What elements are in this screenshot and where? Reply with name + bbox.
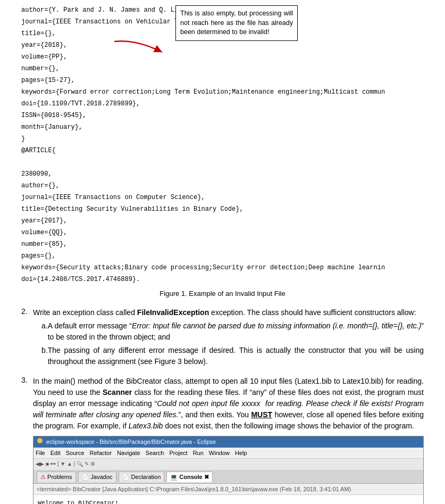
menu-edit[interactable]: Edit bbox=[51, 449, 61, 458]
figure-1-area: author={Y. Park and J. N. James and Q. L… bbox=[21, 5, 424, 284]
figure-1-caption: Figure 1. Example of an Invalid Input Fi… bbox=[21, 290, 424, 298]
item2-text-after: exception. The class should have suffici… bbox=[209, 308, 416, 317]
callout-box: This is also empty, but processing will … bbox=[175, 5, 298, 41]
item2a-italic: Error: Input file cannot be parsed due t… bbox=[132, 321, 421, 330]
console-line-1: Welcome to BibCreator! bbox=[38, 498, 419, 504]
menu-file[interactable]: File bbox=[36, 449, 45, 458]
code-article-2: 2380090, bbox=[21, 169, 424, 179]
menu-help[interactable]: Help bbox=[235, 449, 247, 458]
list-item-2: 2. Write an exception class called FileI… bbox=[21, 307, 424, 369]
item3-latex3: Latex3.bib bbox=[129, 422, 163, 430]
menu-project[interactable]: Project bbox=[169, 449, 187, 458]
eclipse-titlebar: eclipse-workspace - Bib/src/BibPackage/B… bbox=[33, 436, 423, 448]
list-content-3: In the main() method of the BibCreator c… bbox=[33, 376, 424, 504]
menu-source[interactable]: Source bbox=[66, 449, 85, 458]
list-item-3: 3. In the main() method of the BibCreato… bbox=[21, 376, 424, 504]
code-article-5: title={Detecting Security Vulnerabilitie… bbox=[21, 204, 424, 214]
sub-list-2: a. A default error message “Error: Input… bbox=[33, 320, 424, 367]
code-article-11: doi={14.2408/TCS.2017.4746889}. bbox=[21, 275, 424, 284]
item2-classname: FileInvalidException bbox=[137, 308, 209, 317]
console-body: Welcome to BibCreator! Could not open in… bbox=[33, 495, 423, 504]
code-article-0: @ARTICLE{ bbox=[21, 146, 424, 155]
item3-must: MUST bbox=[251, 410, 272, 419]
code-line-10: month={January}, bbox=[21, 122, 424, 132]
menu-refactor[interactable]: Refactor bbox=[90, 449, 112, 458]
main-list: 2. Write an exception class called FileI… bbox=[21, 307, 424, 504]
code-article-4: journal={IEEE Transactions on Computer S… bbox=[21, 193, 424, 202]
tab-problems[interactable]: ⚠ Problems bbox=[37, 472, 76, 482]
list-num-2: 2. bbox=[21, 307, 33, 316]
eclipse-title-icon bbox=[37, 437, 43, 447]
console-header: <terminated> BibCreator [Java Applicatio… bbox=[33, 484, 423, 495]
menu-navigate[interactable]: Navigate bbox=[117, 449, 140, 458]
list-content-2: Write an exception class called FileInva… bbox=[33, 307, 424, 369]
eclipse-toolbar: ◀▶ ■ ••• | ▼ ▲ | 🔍 ✎ ⚙ bbox=[33, 459, 423, 470]
tab-console[interactable]: 💻 Console ✖ bbox=[166, 472, 213, 482]
sub-alpha-2a: a. bbox=[33, 320, 48, 332]
code-article-9: pages={}, bbox=[21, 251, 424, 261]
menu-window[interactable]: Window bbox=[209, 449, 230, 458]
code-article-block: @ARTICLE{ 2380090, author={}, journal={I… bbox=[21, 146, 424, 284]
tab-declaration[interactable]: 📄 Declaration bbox=[119, 472, 165, 482]
eclipse-window: eclipse-workspace - Bib/src/BibPackage/B… bbox=[33, 436, 424, 504]
sub-content-2b: The passing of any different error messa… bbox=[48, 345, 424, 367]
menu-run[interactable]: Run bbox=[193, 449, 204, 458]
item3-must-strong: MUST bbox=[251, 410, 272, 419]
code-line-4: volume={PP}, bbox=[21, 52, 424, 62]
code-line-11: } bbox=[21, 134, 424, 144]
code-article-10: keywords={Security attacks;Binary code p… bbox=[21, 263, 424, 272]
code-line-5: number={}, bbox=[21, 64, 424, 73]
code-article-3: author={}, bbox=[21, 181, 424, 191]
code-article-7: volume={QQ}, bbox=[21, 228, 424, 237]
item2-text-before: Write an exception class called bbox=[33, 308, 137, 317]
code-article-1 bbox=[21, 158, 424, 167]
sub-item-2b: b. The passing of any different error me… bbox=[33, 345, 424, 367]
code-line-3: year={2018}, bbox=[21, 40, 424, 50]
code-article-6: year={2017}, bbox=[21, 216, 424, 226]
code-line-7: keywords={Forward error correction;Long … bbox=[21, 87, 424, 97]
code-line-8: doi={10.1109/TVT.2018.2789899}, bbox=[21, 99, 424, 109]
eclipse-menubar: File Edit Source Refactor Navigate Searc… bbox=[33, 448, 423, 459]
eclipse-title-text: eclipse-workspace - Bib/src/BibPackage/B… bbox=[46, 437, 216, 447]
code-line-6: pages={15-27}, bbox=[21, 76, 424, 85]
tab-javadoc[interactable]: 📄 Javadoc bbox=[78, 472, 116, 482]
problems-icon: ⚠ bbox=[40, 474, 46, 480]
item3-scanner: Scanner bbox=[103, 388, 132, 396]
menu-search[interactable]: Search bbox=[146, 449, 164, 458]
sub-content-2a: A default error message “Error: Input fi… bbox=[48, 320, 424, 343]
svg-point-0 bbox=[37, 438, 43, 443]
eclipse-tabs-bar: ⚠ Problems 📄 Javadoc 📄 Declaration 💻 Con… bbox=[33, 470, 423, 484]
callout-arrow bbox=[104, 36, 178, 70]
callout-text: This is also empty, but processing will … bbox=[180, 10, 293, 36]
list-num-3: 3. bbox=[21, 376, 33, 384]
code-line-9: ISSN={0018-9545}, bbox=[21, 111, 424, 120]
console-header-text: <terminated> BibCreator [Java Applicatio… bbox=[37, 486, 351, 492]
sub-alpha-2b: b. bbox=[33, 345, 48, 356]
code-article-8: number={85}, bbox=[21, 239, 424, 249]
sub-item-2a: a. A default error message “Error: Input… bbox=[33, 320, 424, 343]
toolbar-icons: ◀▶ ■ ••• | ▼ ▲ | 🔍 ✎ ⚙ bbox=[36, 461, 95, 467]
